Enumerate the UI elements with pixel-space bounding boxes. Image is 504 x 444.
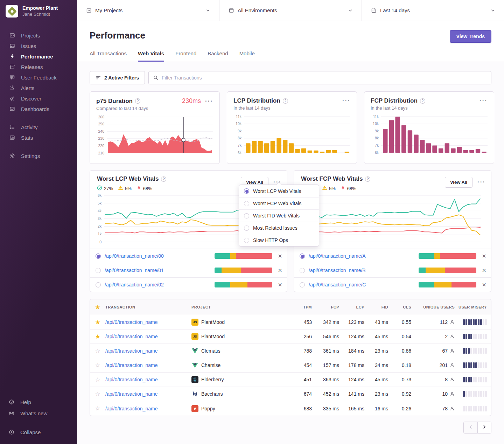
transaction-link[interactable]: /api/0/transaction_name/00: [105, 253, 215, 259]
star-icon[interactable]: ★: [95, 333, 100, 340]
menu-item-worst-lcp[interactable]: Worst LCP Web Vitals: [239, 185, 319, 197]
sidebar-item-whats-new[interactable]: What’s new: [0, 408, 77, 419]
project-filter-dropdown[interactable]: My Projects: [77, 0, 219, 21]
star-icon[interactable]: ☆: [95, 376, 100, 383]
tpm-value: 453: [289, 319, 314, 325]
sidebar-item-discover[interactable]: Discover: [0, 93, 77, 104]
transaction-link[interactable]: /api/0/transaction_name: [105, 377, 158, 382]
user-icon: [450, 320, 455, 325]
date-filter-dropdown[interactable]: Last 14 days: [362, 0, 504, 21]
card-menu-button[interactable]: ···: [477, 180, 485, 184]
close-icon[interactable]: ×: [278, 282, 282, 287]
tab-web-vitals[interactable]: Web Vitals: [138, 50, 164, 62]
help-icon[interactable]: ?: [135, 98, 140, 104]
transaction-link[interactable]: /api/0/transaction_name/C: [309, 282, 419, 287]
user-misery-bar: [458, 391, 491, 397]
view-trends-button[interactable]: View Trends: [450, 30, 491, 43]
help-icon[interactable]: ?: [365, 176, 370, 182]
tab-mobile[interactable]: Mobile: [239, 50, 255, 62]
sidebar-item-user-feedback[interactable]: User Feedback: [0, 72, 77, 83]
chevron-left-icon: [468, 424, 474, 431]
warning-icon: [118, 185, 123, 192]
sidebar-item-help[interactable]: Help: [0, 396, 77, 408]
sidebar-item-performance[interactable]: Performance: [0, 51, 77, 62]
transaction-link[interactable]: /api/0/transaction_name/01: [105, 268, 215, 273]
sidebar-item-stats[interactable]: Stats: [0, 132, 77, 143]
star-icon[interactable]: ☆: [95, 348, 100, 354]
card-menu-button[interactable]: ···: [479, 99, 488, 103]
radio-button[interactable]: [96, 268, 101, 273]
search-input[interactable]: [162, 75, 487, 81]
org-switcher[interactable]: Empower Plant Jane Schmidt: [0, 0, 77, 21]
meh-segment: [434, 253, 440, 259]
radio-button[interactable]: [300, 268, 305, 273]
transaction-link[interactable]: /api/0/transaction_name: [105, 406, 158, 411]
close-icon[interactable]: ×: [482, 268, 486, 273]
tpm-value: 454: [289, 362, 314, 368]
project-name[interactable]: Elderberry: [201, 377, 224, 382]
menu-item-worst-fid[interactable]: Worst FID Web Vitals: [239, 209, 319, 222]
transaction-link[interactable]: /api/0/transaction_name/A: [309, 253, 419, 259]
project-name[interactable]: PlantMood: [201, 334, 225, 339]
cls-value: 0.26: [390, 406, 413, 411]
transaction-link[interactable]: /api/0/transaction_name/02: [105, 282, 215, 287]
sidebar-item-releases[interactable]: Releases: [0, 62, 77, 72]
prev-page-button[interactable]: [464, 422, 477, 433]
tab-all-transactions[interactable]: All Transactions: [90, 50, 127, 62]
close-icon[interactable]: ×: [278, 254, 282, 258]
menu-item-slow-http-ops[interactable]: Slow HTTP Ops: [239, 234, 319, 246]
radio-button[interactable]: [300, 254, 305, 259]
radio-button[interactable]: [96, 254, 101, 259]
transaction-link[interactable]: /api/0/transaction_name/B: [309, 268, 419, 273]
sidebar-item-collapse[interactable]: Collapse: [0, 426, 77, 438]
project-name[interactable]: Chamise: [201, 362, 220, 368]
star-column-icon[interactable]: ★: [95, 304, 100, 311]
svg-text:260: 260: [98, 115, 104, 119]
view-all-button[interactable]: View All: [445, 177, 472, 188]
sidebar-item-settings[interactable]: Settings: [0, 151, 77, 161]
star-icon[interactable]: ☆: [95, 362, 100, 369]
check-circle-icon: [97, 185, 102, 192]
transaction-link[interactable]: /api/0/transaction_name: [105, 348, 158, 354]
radio-button[interactable]: [96, 282, 101, 287]
transaction-link[interactable]: /api/0/transaction_name: [105, 362, 158, 368]
menu-item-most-related-issues[interactable]: Most Related Issues: [239, 222, 319, 234]
svg-text:210: 210: [98, 151, 104, 155]
vitals-distribution-bar: [419, 282, 476, 287]
tab-frontend[interactable]: Frontend: [175, 50, 196, 62]
transaction-link[interactable]: /api/0/transaction_name: [105, 319, 158, 325]
project-name[interactable]: Baccharis: [201, 391, 223, 397]
transaction-link[interactable]: /api/0/transaction_name: [105, 334, 158, 339]
svg-text:250: 250: [98, 122, 104, 126]
star-icon[interactable]: ★: [95, 319, 100, 326]
sidebar-item-issues[interactable]: Issues: [0, 41, 77, 51]
tab-backend[interactable]: Backend: [208, 50, 228, 62]
help-icon[interactable]: ?: [283, 98, 288, 104]
card-menu-button[interactable]: ···: [205, 99, 213, 103]
sidebar-item-activity[interactable]: Activity: [0, 122, 77, 132]
active-filters-button[interactable]: 2 Active Filters: [90, 71, 145, 84]
sidebar-item-dashboards[interactable]: Dashboards: [0, 104, 77, 114]
sidebar-item-projects[interactable]: Projects: [0, 30, 77, 41]
column-header-project: PROJECT: [191, 305, 289, 309]
menu-item-worst-fcp[interactable]: Worst FCP Web Vitals: [239, 197, 319, 209]
project-name[interactable]: Clematis: [201, 348, 220, 354]
close-icon[interactable]: ×: [482, 282, 486, 287]
project-name[interactable]: Poppy: [201, 406, 215, 411]
transaction-link[interactable]: /api/0/transaction_name: [105, 391, 158, 397]
help-icon[interactable]: ?: [161, 176, 166, 182]
help-icon[interactable]: ?: [420, 98, 425, 104]
project-name[interactable]: PlantMood: [201, 319, 225, 325]
card-title: LCP Distribution: [233, 97, 280, 104]
vital-transaction-row: /api/0/transaction_name/B ×: [294, 263, 491, 277]
sidebar-item-alerts[interactable]: Alerts: [0, 83, 77, 93]
next-page-button[interactable]: [477, 422, 491, 433]
close-icon[interactable]: ×: [482, 254, 486, 258]
environment-filter-dropdown[interactable]: All Environments: [219, 0, 362, 21]
radio-button[interactable]: [300, 282, 305, 287]
unique-users-value: 10: [442, 391, 448, 397]
star-icon[interactable]: ☆: [95, 405, 100, 412]
close-icon[interactable]: ×: [278, 268, 282, 273]
card-menu-button[interactable]: ···: [342, 99, 350, 103]
star-icon[interactable]: ☆: [95, 391, 100, 397]
